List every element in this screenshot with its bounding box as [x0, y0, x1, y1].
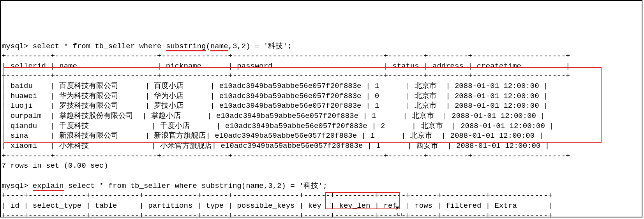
table1-sep-mid: +----------+-----------------------+----… [2, 72, 570, 80]
table1-sep-top: +----------+-----------------------+----… [2, 52, 570, 60]
table2-sep-mid: +----+-------------+-----------+--------… [2, 211, 552, 217]
table2-header: | id | select_type | table | partitions … [2, 201, 552, 210]
table1-row: | ourpalm | 掌趣科技股份有限公司 | 掌趣小店 | e10adc39… [2, 112, 545, 120]
table1-row: | huawei | 华为科技有限公司 | 华为小店 | e10adc3949b… [2, 92, 548, 100]
highlight-name: name [210, 43, 228, 51]
table1-row: | qiandu | 千度科技 | 千度小店 | e10adc3949ba59a… [2, 122, 554, 130]
table1-row: | xiaomi | 小米科技 | 小米官方旗舰店| e10adc3949ba5… [2, 142, 549, 150]
highlight-explain: explain [33, 182, 64, 191]
highlight-substring: substring [166, 43, 206, 51]
mysql-prompt: mysql> [2, 182, 28, 190]
table1-row: | luoji | 罗技科技有限公司 | 罗技小店 | e10adc3949ba… [2, 102, 548, 110]
table1-header: | sellerid | name | nickname | password … [2, 62, 570, 70]
mysql-prompt: mysql> [2, 42, 28, 51]
table1-row: | baidu | 百度科技有限公司 | 百度小店 | e10adc3949ba… [2, 82, 548, 90]
table2-sep-top: +----+-------------+-----------+--------… [2, 191, 552, 200]
table1-sep-bot: +----------+-----------------------+----… [2, 152, 570, 160]
result1-summary: 7 rows in set (0.00 sec) [2, 161, 108, 170]
terminal-output: mysql> select * from tb_seller where sub… [1, 41, 642, 217]
table1-row: | sina | 新浪科技有限公司 | 新浪官方旗舰店| e10adc3949b… [2, 131, 543, 140]
